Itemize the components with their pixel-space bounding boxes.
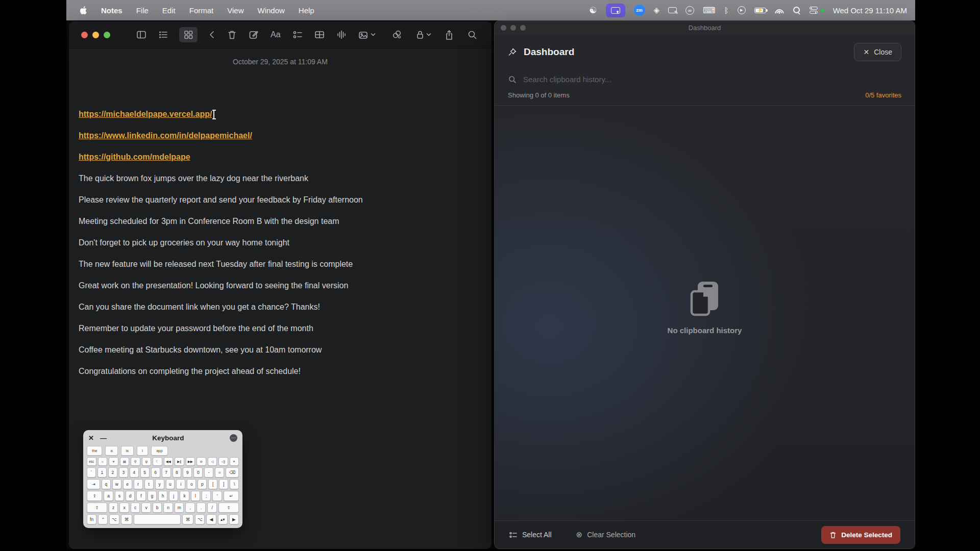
bluetooth-icon[interactable]: ᛒ <box>724 6 729 15</box>
wifi-icon[interactable] <box>775 7 784 14</box>
lock-icon[interactable] <box>415 30 431 40</box>
key-x[interactable]: x <box>119 503 129 513</box>
key-▴▾[interactable]: ▴▾ <box>218 514 228 524</box>
suggestion-key-the[interactable]: the <box>87 446 102 456</box>
key-⌫[interactable]: ⌫ <box>226 467 239 478</box>
key-q[interactable]: q <box>102 479 111 489</box>
search-icon[interactable] <box>467 30 477 40</box>
key-`[interactable]: ` <box>87 467 96 478</box>
key-3[interactable]: 3 <box>119 467 128 478</box>
minimize-window-button[interactable] <box>92 32 99 38</box>
key-w[interactable]: w <box>112 479 121 489</box>
suggestion-key-app[interactable]: app <box>151 446 168 456</box>
key-◀[interactable]: ◀ <box>206 514 216 524</box>
trash-icon[interactable] <box>227 30 237 40</box>
delete-selected-button[interactable]: Delete Selected <box>821 526 900 544</box>
spotlight-search-icon[interactable] <box>793 6 801 14</box>
clipboard-search-input[interactable] <box>523 75 901 84</box>
key-z[interactable]: z <box>109 503 118 513</box>
key-▶▶[interactable]: ▶▶ <box>186 457 195 466</box>
key-0[interactable]: 0 <box>193 467 203 478</box>
suggestion-key-a[interactable]: a <box>105 446 117 456</box>
keyboard-status-icon[interactable]: ⌨ <box>703 5 716 16</box>
key-[[interactable]: [ <box>208 479 217 489</box>
key-k[interactable]: k <box>180 491 189 501</box>
key-d[interactable]: d <box>126 491 135 501</box>
key-o[interactable]: o <box>187 479 196 489</box>
key-n[interactable]: n <box>163 503 173 513</box>
key-◁)[interactable]: ◁) <box>218 457 228 466</box>
key-7[interactable]: 7 <box>162 467 171 478</box>
format-text-icon[interactable]: Aa <box>271 30 281 39</box>
note-link[interactable]: https://github.com/mdelpape <box>79 153 190 162</box>
menu-item-file[interactable]: File <box>136 6 149 15</box>
key-][interactable]: ] <box>219 479 228 489</box>
key-=[interactable]: = <box>215 467 224 478</box>
battery-icon[interactable]: ⚡ <box>754 8 766 13</box>
key-y[interactable]: y <box>155 479 164 489</box>
key-'[interactable]: ' <box>212 491 222 501</box>
key-s[interactable]: s <box>115 491 124 501</box>
link-icon[interactable] <box>391 30 402 40</box>
note-link[interactable]: https://www.linkedin.com/in/delpapemicha… <box>79 131 252 140</box>
keyboard-menu-icon[interactable]: ⋯ <box>230 434 237 442</box>
key-⇪[interactable]: ⇪ <box>87 491 102 501</box>
play-status-icon[interactable]: ▶ <box>738 6 746 14</box>
menu-item-edit[interactable]: Edit <box>162 6 176 15</box>
key-u[interactable]: u <box>166 479 175 489</box>
menu-bar-clock[interactable]: Wed Oct 29 11:10 AM <box>833 6 907 15</box>
key-2[interactable]: 2 <box>108 467 117 478</box>
key-.[interactable]: . <box>197 503 206 513</box>
suggestion-key-is[interactable]: is <box>121 446 134 456</box>
gallery-view-icon[interactable] <box>179 27 198 42</box>
key-t[interactable]: t <box>144 479 154 489</box>
key-fn[interactable]: fn <box>87 514 96 524</box>
key-m[interactable]: m <box>175 503 184 513</box>
key-⇧[interactable]: ⇧ <box>218 503 239 513</box>
keyboard-close-icon[interactable]: ✕ <box>88 434 94 442</box>
key-≡[interactable]: ≡ <box>230 457 239 466</box>
audio-waveform-icon[interactable] <box>336 30 347 40</box>
key-▶∥[interactable]: ▶∥ <box>175 457 184 466</box>
user-switch-icon[interactable] <box>810 7 818 14</box>
key-8[interactable]: 8 <box>173 467 182 478</box>
key-c[interactable]: c <box>131 503 140 513</box>
key-j[interactable]: j <box>169 491 178 501</box>
key-p[interactable]: p <box>198 479 207 489</box>
menu-item-format[interactable]: Format <box>189 6 214 15</box>
pin-icon[interactable] <box>508 47 517 57</box>
key-◀◀[interactable]: ◀◀ <box>164 457 174 466</box>
key-⌥[interactable]: ⌥ <box>195 514 205 524</box>
key-☼[interactable]: ☼ <box>98 457 108 466</box>
key-⚲[interactable]: ⚲ <box>131 457 140 466</box>
close-window-button[interactable] <box>81 32 88 38</box>
checklist-icon[interactable] <box>292 30 303 39</box>
key-f[interactable]: f <box>136 491 145 501</box>
key-⇥[interactable]: ⇥ <box>87 479 100 489</box>
menu-item-view[interactable]: View <box>227 6 243 15</box>
key-ψ[interactable]: ψ <box>142 457 152 466</box>
key-6[interactable]: 6 <box>151 467 160 478</box>
back-chevron-icon[interactable] <box>208 30 215 39</box>
key-⇧[interactable]: ⇧ <box>87 503 107 513</box>
key-g[interactable]: g <box>148 491 157 501</box>
key-5[interactable]: 5 <box>140 467 150 478</box>
key-,[interactable]: , <box>185 503 195 513</box>
zoom-window-button[interactable] <box>104 32 110 38</box>
key-b[interactable]: b <box>153 503 162 513</box>
key-v[interactable]: v <box>141 503 151 513</box>
key-▶[interactable]: ▶ <box>229 514 239 524</box>
key-\[interactable]: \ <box>230 479 239 489</box>
key-e[interactable]: e <box>123 479 132 489</box>
display-pen-icon[interactable] <box>668 7 677 13</box>
menu-item-notes[interactable]: Notes <box>101 6 122 15</box>
key-4[interactable]: 4 <box>130 467 139 478</box>
key-⌘[interactable]: ⌘ <box>182 514 194 524</box>
key-9[interactable]: 9 <box>183 467 192 478</box>
key-↵[interactable]: ↵ <box>224 491 239 501</box>
key-h[interactable]: h <box>158 491 167 501</box>
list-view-icon[interactable] <box>158 30 168 40</box>
key--[interactable]: - <box>204 467 213 478</box>
key-i[interactable]: i <box>176 479 185 489</box>
key-▤[interactable]: ▤ <box>120 457 130 466</box>
